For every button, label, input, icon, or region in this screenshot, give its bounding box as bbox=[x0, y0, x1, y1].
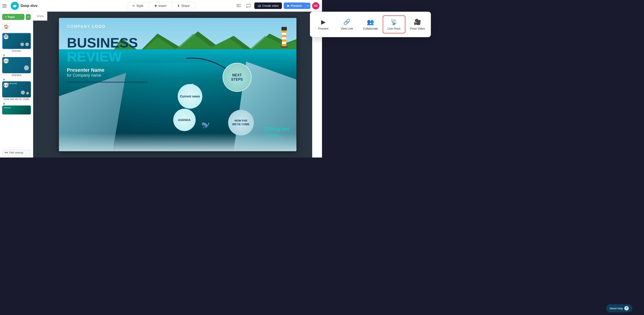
share-icon: ⬆ bbox=[177, 4, 180, 8]
slide-thumb-howfar[interactable]: 4-11 HOW FAR WE'VE COME bbox=[2, 81, 31, 98]
share-dropdown: ▶ Present 🔗 View Link 👥 Collaborate 📡 Li… bbox=[310, 12, 322, 37]
app-logo bbox=[11, 2, 19, 10]
agenda-label: AGENDA bbox=[178, 118, 190, 122]
circle-agenda[interactable]: AGENDA bbox=[173, 109, 196, 131]
presenter-name: Presenter Name bbox=[67, 67, 148, 73]
slide-item-overview[interactable]: 1 BUSINESSREVIEW Overview bbox=[2, 33, 31, 52]
video-icon: 📹 bbox=[258, 4, 261, 8]
topic-button[interactable]: + Topic bbox=[2, 14, 24, 20]
share-tab[interactable]: ⬆ Share bbox=[172, 2, 195, 10]
center-tabs: ✏ Style ✚ Insert ⬆ Share bbox=[127, 2, 196, 10]
share-present-item[interactable]: ▶ Present bbox=[312, 16, 322, 34]
top-bar: Deep dive ✏ Style ✚ Insert ⬆ Share 📹 Cre… bbox=[0, 0, 322, 12]
sidebar: + Topic ▾ 🏠 1 BUSINESSREVIEW Overview bbox=[0, 12, 33, 158]
present-button[interactable]: ▶ Present bbox=[284, 2, 305, 9]
how-far-label: HOW FARWE'VE COME bbox=[232, 119, 250, 126]
next-steps-label: NEXTSTEPS bbox=[231, 73, 243, 82]
hamburger-button[interactable] bbox=[0, 0, 9, 12]
present-btn-group: ▶ Present ▾ bbox=[284, 2, 310, 9]
topic-plus-icon: + bbox=[5, 15, 7, 18]
slide-item-agenda[interactable]: 2-3 AGENDA AGENDA bbox=[2, 57, 31, 76]
slide-thumb-new[interactable]: NEW GOALS bbox=[2, 106, 31, 114]
slide-thumb-agenda[interactable]: 2-3 AGENDA bbox=[2, 57, 31, 73]
path-settings-button[interactable]: Path settings bbox=[2, 150, 31, 156]
current-news-label: Current news bbox=[180, 94, 200, 98]
slides-list: 1 BUSINESSREVIEW Overview 2-3 AGENDA bbox=[0, 32, 33, 148]
title-line2: REVIEW bbox=[67, 50, 148, 64]
sidebar-top: + Topic ▾ bbox=[0, 12, 33, 21]
lighthouse-tower bbox=[282, 30, 286, 46]
canvas-area[interactable]: 🐠 🐠 🚩 🤿 COMPANY LOGO BUSINESS REVIEW Pre… bbox=[33, 12, 322, 158]
title-line1: BUSINESS bbox=[67, 36, 148, 50]
svg-point-5 bbox=[14, 5, 16, 6]
edit-text: Editing textis easy... bbox=[265, 126, 290, 138]
slide-item-howfar[interactable]: 4-11 HOW FAR WE'VE COME HOW FAR WE'VE CO… bbox=[2, 81, 31, 100]
svg-rect-0 bbox=[2, 4, 6, 5]
svg-rect-2 bbox=[2, 7, 6, 8]
business-review-title: BUSINESS REVIEW bbox=[67, 36, 148, 64]
slide-label-agenda: AGENDA bbox=[2, 74, 31, 76]
main-layout: + Topic ▾ 🏠 1 BUSINESSREVIEW Overview bbox=[0, 12, 322, 158]
home-thumb[interactable]: 🏠 bbox=[2, 23, 10, 31]
presenter-company: for Company name bbox=[67, 73, 148, 78]
svg-rect-1 bbox=[2, 6, 6, 6]
svg-point-11 bbox=[7, 152, 8, 153]
seabed bbox=[59, 133, 296, 151]
comments-icon[interactable] bbox=[244, 2, 252, 10]
circle-how-far[interactable]: HOW FARWE'VE COME bbox=[228, 110, 254, 136]
path-settings-icon bbox=[5, 151, 8, 154]
company-logo-text: COMPANY bbox=[67, 24, 92, 29]
style-icon: ✏ bbox=[132, 4, 135, 8]
user-avatar[interactable]: SO bbox=[312, 2, 319, 10]
create-video-button[interactable]: 📹 Create video bbox=[254, 2, 282, 9]
circle-next-steps[interactable]: NEXTSTEPS bbox=[222, 63, 252, 92]
topic-arrow-button[interactable]: ▾ bbox=[26, 14, 31, 20]
present-dropdown-button[interactable]: ▾ bbox=[305, 3, 310, 9]
svg-point-10 bbox=[5, 152, 6, 153]
insert-icon: ✚ bbox=[154, 4, 157, 8]
company-logo-bold: LOGO bbox=[92, 24, 106, 29]
svg-rect-6 bbox=[237, 4, 241, 7]
company-logo: COMPANY LOGO bbox=[67, 24, 106, 29]
lighthouse bbox=[278, 27, 290, 48]
title-block: BUSINESS REVIEW Presenter Name for Compa… bbox=[67, 36, 148, 82]
lighthouse-top bbox=[282, 27, 287, 30]
notes-icon[interactable] bbox=[234, 2, 243, 10]
right-actions: 📹 Create video ▶ Present ▾ SO bbox=[234, 2, 319, 10]
slide-label-howfar: HOW FAR WE'VE COME bbox=[2, 98, 31, 100]
undo-bar: Undo bbox=[33, 12, 47, 20]
slide-thumb-overview[interactable]: 1 BUSINESSREVIEW bbox=[2, 33, 31, 49]
app-title: Deep dive bbox=[20, 4, 38, 8]
sidebar-bottom: Path settings bbox=[0, 148, 33, 158]
circle-current-news[interactable]: Current news bbox=[178, 84, 202, 109]
insert-tab[interactable]: ✚ Insert bbox=[149, 2, 172, 10]
slide-canvas: 🐠 🐠 🚩 🤿 COMPANY LOGO BUSINESS REVIEW Pre… bbox=[59, 18, 296, 151]
present-dropdown-icon: ▶ bbox=[321, 18, 322, 26]
slide-item-new[interactable]: NEW GOALS bbox=[2, 106, 31, 114]
style-tab[interactable]: ✏ Style bbox=[127, 2, 149, 10]
present-play-icon: ▶ bbox=[287, 4, 290, 8]
undo-button[interactable]: Undo bbox=[37, 14, 44, 18]
slide-label-overview: Overview bbox=[2, 50, 31, 52]
title-divider bbox=[67, 82, 148, 82]
lighthouse-base bbox=[281, 46, 288, 48]
